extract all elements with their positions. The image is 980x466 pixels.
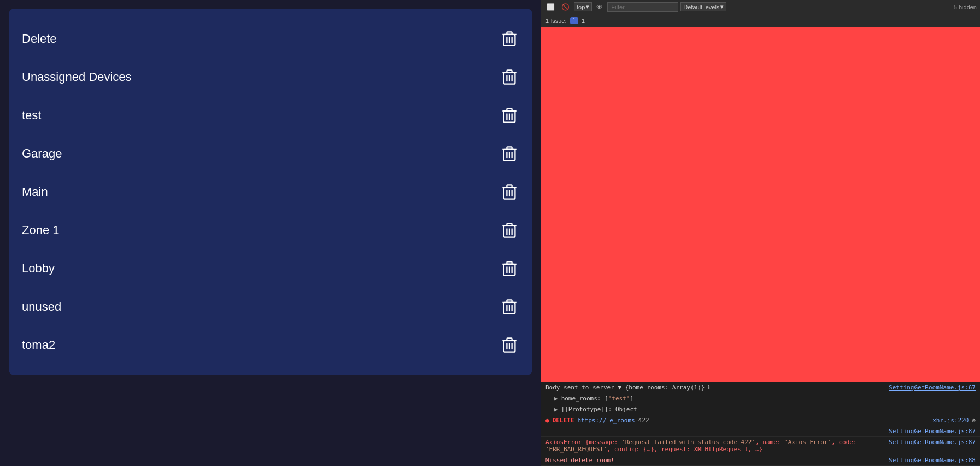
- trash-icon: [502, 337, 517, 353]
- svg-rect-2: [507, 32, 512, 34]
- svg-rect-14: [507, 108, 512, 111]
- delete-room-button-unused[interactable]: [500, 296, 519, 317]
- svg-rect-8: [507, 70, 512, 73]
- svg-rect-26: [507, 185, 512, 188]
- room-label-main: Main: [22, 185, 48, 199]
- console-line-source: SettingGetRoomName.js:87: [541, 426, 980, 437]
- error-url[interactable]: https://: [577, 417, 606, 424]
- room-item-delete: Delete: [22, 20, 519, 58]
- room-item-garage: Garage: [22, 135, 519, 173]
- console-line-3: ▶ [[Prototype]]: Object: [541, 404, 980, 415]
- trash-icon: [502, 260, 517, 277]
- source-link-2[interactable]: SettingGetRoomName.js:87: [889, 428, 976, 435]
- hidden-count: 5 hidden: [954, 4, 977, 10]
- room-item-lobby: Lobby: [22, 249, 519, 288]
- room-label-unused: unused: [22, 300, 61, 314]
- issue-count-text: 1: [582, 18, 585, 24]
- console-area: Body sent to server ▼ {home_rooms: Array…: [541, 382, 980, 466]
- trash-icon: [502, 31, 517, 47]
- delete-room-button-zone1[interactable]: [500, 220, 519, 241]
- delete-room-button-test[interactable]: [500, 105, 519, 126]
- room-item-toma2: toma2: [22, 326, 519, 364]
- delete-room-button-garage[interactable]: [500, 143, 519, 164]
- svg-rect-20: [507, 147, 512, 149]
- room-item-unused: unused: [22, 288, 519, 326]
- delete-room-button-main[interactable]: [500, 182, 519, 202]
- console-line-2: ▶ home_rooms: ['test']: [541, 393, 980, 404]
- issue-badge: 1: [570, 17, 579, 24]
- delete-room-button-toma2[interactable]: [500, 335, 519, 356]
- console-line-axios-error: AxiosError {message: 'Request failed wit…: [541, 437, 980, 455]
- delete-room-button-lobby[interactable]: [500, 258, 519, 279]
- room-item-unassigned-devices: Unassigned Devices: [22, 58, 519, 96]
- trash-icon: [502, 222, 517, 238]
- eye-icon[interactable]: 👁: [594, 2, 605, 12]
- room-label-lobby: Lobby: [22, 261, 55, 276]
- svg-rect-50: [507, 338, 512, 341]
- room-label-toma2: toma2: [22, 338, 55, 352]
- red-preview-area: [541, 27, 980, 382]
- room-item-zone1: Zone 1: [22, 211, 519, 249]
- delete-room-button-delete[interactable]: [500, 28, 519, 49]
- inspect-icon[interactable]: ⬜: [544, 2, 557, 12]
- svg-rect-32: [507, 223, 512, 226]
- source-link-3[interactable]: SettingGetRoomName.js:87: [889, 439, 976, 446]
- room-item-test: test: [22, 96, 519, 135]
- trash-icon: [502, 69, 517, 85]
- source-link-xhr[interactable]: xhr.js:220: [932, 417, 969, 424]
- delete-room-button-unassigned-devices[interactable]: [500, 67, 519, 88]
- trash-icon: [502, 299, 517, 315]
- room-label-zone1: Zone 1: [22, 223, 60, 237]
- trash-icon: [502, 184, 517, 200]
- top-dropdown[interactable]: top ▾: [574, 2, 592, 11]
- console-line-1: Body sent to server ▼ {home_rooms: Array…: [541, 382, 980, 393]
- devtools-toolbar: ⬜ 🚫 top ▾ 👁 Default levels ▾ 5 hidden: [541, 0, 980, 14]
- left-panel: Delete Unassigned Devices test: [0, 0, 541, 466]
- console-line-error-request: ● DELETE https:// e_rooms 422 xhr.js:220…: [541, 415, 980, 426]
- expand-icon[interactable]: ℹ: [708, 384, 710, 391]
- devtools-panel: ⬜ 🚫 top ▾ 👁 Default levels ▾ 5 hidden 1 …: [541, 0, 980, 466]
- svg-rect-44: [507, 300, 512, 302]
- issue-text: 1 Issue:: [545, 18, 567, 24]
- room-label-unassigned-devices: Unassigned Devices: [22, 70, 132, 84]
- svg-rect-38: [507, 261, 512, 264]
- default-levels-dropdown[interactable]: Default levels ▾: [680, 2, 726, 11]
- rooms-container: Delete Unassigned Devices test: [9, 9, 532, 375]
- trash-icon: [502, 107, 517, 124]
- room-label-delete: Delete: [22, 32, 57, 46]
- cursor-icon[interactable]: 🚫: [559, 2, 572, 12]
- room-item-main: Main: [22, 173, 519, 211]
- console-line-missed: Missed delete room! SettingGetRoomName.j…: [541, 455, 980, 466]
- source-link-1[interactable]: SettingGetRoomName.js:67: [889, 384, 976, 391]
- room-label-test: test: [22, 108, 41, 123]
- filter-input[interactable]: [607, 2, 678, 12]
- trash-icon: [502, 145, 517, 162]
- issue-bar: 1 Issue: 1 1: [541, 14, 980, 27]
- room-label-garage: Garage: [22, 147, 62, 161]
- source-link-4[interactable]: SettingGetRoomName.js:88: [889, 457, 976, 464]
